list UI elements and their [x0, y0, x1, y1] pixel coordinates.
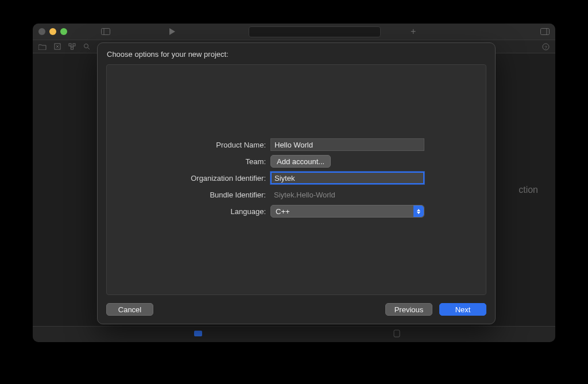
- svg-rect-10: [71, 47, 74, 49]
- sheet-form-area: Product Name: Team: Add account... Organ…: [106, 64, 486, 295]
- svg-line-14: [88, 48, 90, 49]
- folder-icon[interactable]: [38, 44, 47, 50]
- cancel-button[interactable]: Cancel: [106, 303, 153, 316]
- org-identifier-label: Organization Identifier:: [107, 174, 270, 183]
- svg-rect-18: [394, 330, 400, 337]
- bundle-identifier-label: Bundle Identifier:: [107, 191, 270, 199]
- svg-rect-0: [102, 29, 110, 35]
- symbol-nav-icon[interactable]: [68, 43, 76, 50]
- language-label: Language:: [107, 207, 270, 216]
- language-popup[interactable]: C++: [270, 205, 424, 218]
- svg-marker-2: [169, 28, 175, 35]
- window-controls: [38, 28, 67, 35]
- source-control-icon[interactable]: [54, 43, 61, 50]
- popup-stepper-icon: [413, 205, 424, 217]
- previous-button[interactable]: Previous: [385, 303, 432, 316]
- svg-rect-9: [73, 44, 75, 46]
- device-icon[interactable]: [393, 329, 400, 339]
- help-icon[interactable]: ?: [542, 43, 550, 51]
- add-account-button[interactable]: Add account...: [270, 155, 331, 168]
- run-icon[interactable]: [169, 28, 176, 36]
- language-value: C++: [276, 207, 290, 216]
- svg-rect-8: [69, 44, 71, 46]
- bundle-identifier-value: Siytek.Hello-World: [270, 188, 486, 201]
- product-name-input[interactable]: [270, 138, 424, 151]
- organization-identifier-input[interactable]: [270, 172, 424, 184]
- sheet-title: Choose options for your new project:: [98, 43, 495, 64]
- svg-text:?: ?: [544, 44, 547, 49]
- product-name-label: Product Name:: [107, 141, 270, 149]
- team-label: Team:: [107, 157, 270, 166]
- minimize-window-button[interactable]: [49, 28, 56, 35]
- svg-rect-3: [541, 29, 550, 35]
- bottom-bar: [33, 326, 555, 342]
- sidebar-toggle-icon[interactable]: [101, 28, 110, 35]
- titlebar: +: [33, 24, 555, 40]
- search-icon[interactable]: [83, 43, 90, 50]
- filter-icon[interactable]: [194, 330, 203, 339]
- add-target-icon[interactable]: +: [411, 26, 416, 37]
- new-project-options-sheet: Choose options for your new project: Pro…: [97, 42, 496, 324]
- no-selection-label: ction: [519, 185, 538, 195]
- library-toggle-icon[interactable]: [540, 28, 550, 35]
- sheet-footer: Cancel Previous Next: [98, 295, 495, 324]
- close-window-button[interactable]: [38, 28, 45, 35]
- zoom-window-button[interactable]: [60, 28, 67, 35]
- next-button[interactable]: Next: [439, 303, 486, 316]
- scheme-activity-field[interactable]: [249, 26, 381, 37]
- svg-point-13: [84, 44, 88, 48]
- svg-rect-17: [194, 331, 202, 336]
